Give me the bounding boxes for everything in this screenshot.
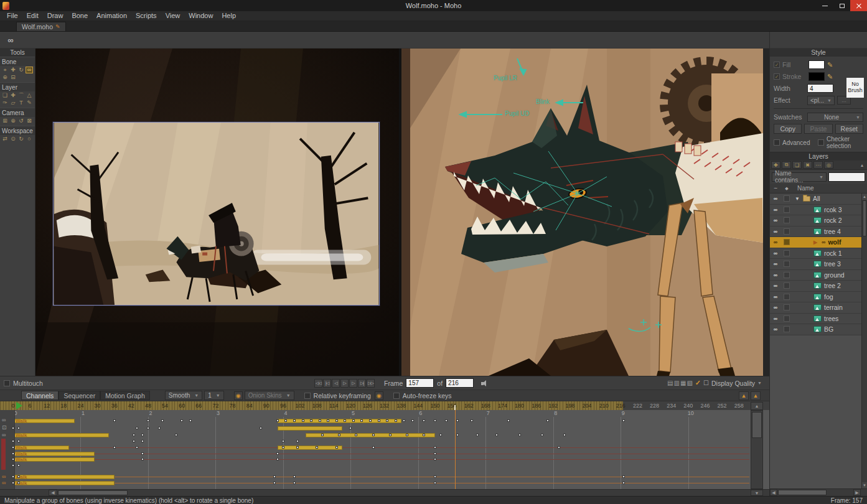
keyframe-dot[interactable]	[260, 427, 262, 429]
more-options-button[interactable]: ⋯	[813, 161, 823, 169]
keyframe-dot[interactable]	[175, 434, 177, 436]
keyframe-dot[interactable]	[113, 446, 116, 449]
layer-checkbox[interactable]	[784, 304, 790, 310]
keyframe-dot[interactable]	[141, 440, 144, 442]
layer-expander-icon[interactable]: ▶	[813, 240, 819, 245]
keyframe-dot[interactable]	[411, 419, 414, 422]
render-check-icon[interactable]: ✓	[695, 379, 701, 387]
text-tool-icon[interactable]: T	[17, 100, 25, 106]
keyframe-dot[interactable]	[355, 434, 357, 436]
keyframe-dot[interactable]	[395, 419, 397, 422]
layer-checkbox[interactable]	[784, 261, 790, 267]
layer-expander-icon[interactable]: ▼	[795, 196, 800, 202]
document-tab[interactable]: Wolf.moho ✎	[16, 22, 66, 31]
layer-visibility-icon[interactable]: ∞	[770, 272, 781, 278]
layer-row-tree-2[interactable]: ∞tree 2	[770, 281, 867, 292]
keyframe-dot[interactable]	[17, 427, 20, 429]
keyframe-dot[interactable]	[541, 434, 543, 436]
keyframe-dot[interactable]	[141, 434, 144, 436]
menu-window[interactable]: Window	[184, 11, 217, 21]
stroke-checkbox[interactable]: ✓	[774, 73, 780, 80]
close-button[interactable]	[850, 0, 867, 11]
layer-checkbox[interactable]	[784, 294, 790, 300]
track-camera-tool-icon[interactable]: ⊞	[1, 118, 9, 124]
fill-eyedropper-icon[interactable]: ✎	[827, 61, 833, 69]
roll-camera-tool-icon[interactable]: ↺	[17, 118, 25, 124]
keyframe-dot[interactable]	[378, 419, 380, 422]
keyframe-dot[interactable]	[335, 446, 338, 449]
keyframe-dot[interactable]	[147, 427, 149, 429]
layer-visibility-icon[interactable]: ∞	[770, 315, 781, 322]
menu-view[interactable]: View	[161, 11, 185, 21]
keyframe-dot[interactable]	[302, 419, 304, 422]
timeline-scroll-up-button[interactable]: ▲	[751, 402, 763, 410]
zoom-camera-tool-icon[interactable]: ⊕	[9, 118, 17, 124]
layer-checkbox[interactable]	[784, 228, 790, 235]
onion-skins-dropdown[interactable]: Onion Skins▼	[245, 391, 294, 400]
translate-bone-tool-icon[interactable]: ✚	[9, 67, 17, 73]
keyframe-dot[interactable]	[161, 419, 164, 422]
keyframe-dot[interactable]	[471, 419, 473, 422]
keyframe-dot[interactable]	[372, 434, 375, 436]
bone-track-icon[interactable]: ∞	[2, 432, 6, 438]
keyframe-dot[interactable]	[403, 419, 405, 422]
timeline-hscroll-thumb[interactable]	[58, 490, 128, 495]
rotate-bone-tool-icon[interactable]: ↻	[17, 67, 25, 73]
no-brush-button[interactable]: No Brush	[846, 78, 864, 98]
keyframe-dot[interactable]	[276, 458, 279, 460]
keyframe-dot[interactable]	[17, 440, 20, 442]
keyframe-dot[interactable]	[180, 419, 183, 422]
add-point-tool-icon[interactable]: ✚	[9, 92, 17, 99]
layer-visibility-icon[interactable]: ∞	[770, 239, 781, 245]
stroke-width-input[interactable]	[807, 84, 833, 93]
play-button[interactable]: ▷	[340, 379, 349, 388]
keyframe-dot[interactable]	[273, 482, 276, 484]
keyframe-dot[interactable]	[141, 452, 144, 455]
layers-scroll-up-button[interactable]: ▲	[862, 194, 867, 200]
layers-scroll-right-button[interactable]: ▶	[853, 489, 861, 496]
auto-freeze-checkbox[interactable]	[393, 393, 400, 399]
layer-visibility-icon[interactable]: ∞	[770, 304, 781, 310]
multitouch-checkbox[interactable]	[4, 380, 10, 386]
keyframe-dot[interactable]	[133, 440, 135, 442]
next-keyframe-button[interactable]: ▷|	[358, 379, 366, 388]
new-layer-button[interactable]: ✚	[771, 161, 780, 169]
layer-track-icon[interactable]: ⊡	[2, 425, 7, 431]
layer-visibility-icon[interactable]: ∞	[770, 261, 781, 267]
layer-checkbox[interactable]	[784, 272, 790, 278]
layer-row-tree-4[interactable]: ∞tree 4	[770, 226, 867, 238]
fill-color-swatch[interactable]	[808, 60, 825, 69]
view-layout-split-icon[interactable]: ▥	[673, 378, 679, 388]
play-arrow-icon[interactable]	[16, 402, 22, 409]
view-layout-quad-icon[interactable]: ▧	[687, 378, 692, 388]
keyframe-dot[interactable]	[434, 452, 436, 455]
layers-hscrollbar[interactable]: ◀ ▶	[770, 488, 867, 496]
keyframe-dot[interactable]	[284, 419, 287, 422]
layer-visibility-icon[interactable]: ∞	[770, 228, 781, 235]
pan-tilt-camera-tool-icon[interactable]: ⊠	[26, 118, 33, 124]
goto-start-button[interactable]: ◁◁	[314, 379, 322, 388]
keyframe-bar[interactable]: Walk	[13, 457, 95, 462]
keyframe-dot[interactable]	[622, 482, 625, 484]
menu-animation[interactable]: Animation	[92, 11, 131, 21]
interp-step-dropdown[interactable]: 1▼	[204, 391, 224, 400]
keyframe-dot[interactable]	[310, 419, 312, 422]
relative-keyframing-checkbox[interactable]	[304, 393, 311, 399]
layer-row-tree-3[interactable]: ∞tree 3	[770, 259, 867, 270]
search-layers-button[interactable]: ◎	[824, 161, 833, 169]
keyframe-dot[interactable]	[495, 434, 498, 436]
layer-visibility-icon[interactable]: ∞	[770, 217, 781, 223]
keyframe-bar[interactable]	[278, 446, 342, 450]
layer-checkbox[interactable]	[784, 195, 790, 202]
keyframe-dot[interactable]	[456, 434, 459, 436]
keyframe-dot[interactable]	[293, 482, 296, 484]
layers-vscroll-thumb[interactable]	[863, 200, 866, 236]
keyframe-dot[interactable]	[321, 434, 324, 436]
keyframe-dot[interactable]	[349, 427, 352, 429]
timeline-vscroll-thumb[interactable]	[752, 412, 762, 438]
safe-frame-icon[interactable]: ☐	[703, 380, 709, 386]
magnet-tool-icon[interactable]: △	[26, 92, 33, 99]
viewport-main[interactable]	[35, 49, 399, 376]
keyframe-dot[interactable]	[136, 427, 138, 429]
keyframe-dot[interactable]	[17, 475, 20, 478]
